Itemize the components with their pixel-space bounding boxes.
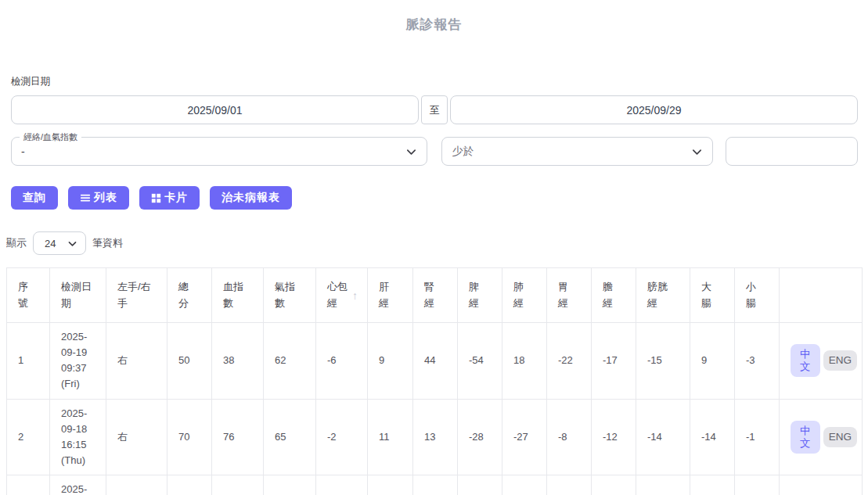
meridian-select-value: -: [21, 145, 25, 158]
table-header-label: 左手/右 手: [117, 279, 151, 310]
operator-select-value: 少於: [452, 145, 474, 159]
table-header-cell[interactable]: 序 號: [7, 268, 50, 323]
table-row: 22025- 09-18 16:15 (Thu)右707665-21113-28…: [7, 399, 863, 475]
table-cell: 38: [212, 323, 264, 400]
report-english-button[interactable]: ENG: [823, 350, 857, 371]
chevron-down-icon: [405, 145, 417, 157]
table-header-label: 腎 經: [424, 279, 434, 310]
records-unit-label: 筆資料: [92, 236, 123, 250]
table-cell: -27: [502, 399, 547, 475]
table-header-cell[interactable]: 總 分: [167, 268, 212, 323]
table-header-row: 序 號檢測日 期左手/右 手總 分血指 數氣指 數心包 經↑肝 經腎 經脾 經肺…: [7, 268, 863, 323]
table-cell: 76: [212, 399, 264, 475]
sort-up-arrow-icon[interactable]: ↑: [352, 289, 358, 302]
page-size-select[interactable]: 24: [33, 231, 86, 255]
table-header-label: 心包 經: [327, 279, 348, 310]
table-header-label: 血指 數: [223, 279, 243, 310]
table-row: 12025- 09-19 09:37 (Fri)右503862-6944-541…: [7, 323, 863, 400]
table-header-cell[interactable]: 氣指 數: [264, 268, 316, 323]
report-english-button[interactable]: ENG: [823, 427, 857, 447]
meridian-select[interactable]: 經絡/血氣指數 -: [11, 137, 427, 166]
table-header-label: 檢測日 期: [61, 279, 92, 310]
table-cell: -17: [592, 323, 636, 400]
date-range-separator: 至: [421, 95, 448, 124]
table-header-cell[interactable]: 肺 經: [502, 268, 547, 323]
table-header-cell[interactable]: 小 腸: [735, 268, 780, 323]
table-cell: 69: [167, 475, 212, 495]
table-header-cell[interactable]: 膀胱 經: [636, 268, 690, 323]
toolbar: 查詢 列表 卡片 治未病報表: [11, 186, 868, 210]
table-cell-actions: 中文ENG: [780, 323, 863, 400]
table-cell: 8: [413, 475, 458, 495]
table-header-cell[interactable]: 肝 經: [368, 268, 413, 323]
results-table: 序 號檢測日 期左手/右 手總 分血指 數氣指 數心包 經↑肝 經腎 經脾 經肺…: [6, 267, 863, 495]
table-cell: -12: [592, 399, 636, 475]
preventive-report-button-label: 治未病報表: [222, 191, 280, 205]
card-view-button[interactable]: 卡片: [139, 186, 200, 210]
table-cell: 2025- 09-18 16:15 (Thu): [50, 399, 106, 475]
table-header-label: 序 號: [18, 279, 28, 310]
table-cell: 85: [212, 475, 264, 495]
meridian-select-label: 經絡/血氣指數: [20, 131, 81, 142]
table-header-cell[interactable]: 胃 經: [547, 268, 592, 323]
table-header-cell[interactable]: 脾 經: [458, 268, 502, 323]
table-cell: 11: [368, 399, 413, 475]
table-header-label: 總 分: [178, 279, 189, 310]
date-to-value: 2025/09/29: [626, 104, 681, 117]
table-header-cell[interactable]: [780, 268, 863, 323]
table-header-label: 膽 經: [603, 279, 613, 310]
page-size-value: 24: [45, 238, 56, 249]
threshold-input[interactable]: [726, 137, 858, 166]
table-cell: -14: [690, 399, 735, 475]
table-cell: 13: [413, 399, 458, 475]
filter-controls-row: 經絡/血氣指數 - 少於: [11, 137, 858, 166]
table-header-cell[interactable]: 心包 經↑: [316, 268, 368, 323]
table-header-cell[interactable]: 腎 經: [413, 268, 458, 323]
table-cell: 9: [368, 323, 413, 400]
table-header-cell[interactable]: 膽 經: [592, 268, 636, 323]
preventive-report-button[interactable]: 治未病報表: [210, 186, 292, 210]
date-range-row: 2025/09/01 至 2025/09/29: [11, 95, 858, 124]
query-button-label: 查詢: [23, 191, 46, 205]
page-title: 脈診報告: [0, 16, 868, 34]
table-header-cell[interactable]: 血指 數: [212, 268, 264, 323]
table-cell: -3: [735, 323, 780, 400]
table-cell: 3: [7, 475, 50, 495]
table-row: 32025- 09-18 15:44 (Thu)右698553-3158-30-…: [7, 475, 863, 495]
table-cell: -8: [547, 399, 592, 475]
table-cell: 53: [264, 475, 316, 495]
table-header-label: 脾 經: [469, 279, 479, 310]
table-header-cell[interactable]: 檢測日 期: [50, 268, 106, 323]
table-cell: 70: [167, 399, 212, 475]
date-from-input[interactable]: 2025/09/01: [11, 95, 419, 124]
table-cell: 2025- 09-19 09:37 (Fri): [50, 323, 106, 400]
report-chinese-button[interactable]: 中文: [791, 344, 820, 377]
table-header-cell[interactable]: 大 腸: [690, 268, 735, 323]
table-cell: -14: [636, 399, 690, 475]
table-cell: -5: [547, 475, 592, 495]
table-cell: -22: [547, 323, 592, 400]
grid-icon: [151, 193, 161, 203]
table-cell: 1: [7, 323, 50, 400]
date-to-input[interactable]: 2025/09/29: [450, 95, 858, 124]
table-cell: -30: [458, 475, 502, 495]
table-cell: 15: [368, 475, 413, 495]
table-cell: 18: [502, 323, 547, 400]
table-cell: -17: [690, 475, 735, 495]
table-header-cell[interactable]: 左手/右 手: [106, 268, 167, 323]
chevron-down-icon: [691, 145, 703, 157]
table-header-label: 小 腸: [746, 279, 756, 310]
operator-select[interactable]: 少於: [441, 137, 713, 166]
show-label: 顯示: [6, 236, 27, 250]
table-cell: 44: [413, 323, 458, 400]
list-view-button[interactable]: 列表: [68, 186, 129, 210]
table-cell: 右: [106, 399, 167, 475]
report-chinese-button[interactable]: 中文: [791, 421, 820, 454]
table-cell: 2025- 09-18 15:44 (Thu): [50, 475, 106, 495]
table-cell: 右: [106, 323, 167, 400]
query-button[interactable]: 查詢: [11, 186, 58, 210]
page-size-row: 顯示 24 筆資料: [6, 231, 868, 255]
filter-section: 檢測日期 2025/09/01 至 2025/09/29 經絡/血氣指數 - 少…: [11, 75, 858, 166]
table-cell: -2: [316, 399, 368, 475]
table-cell: 62: [264, 323, 316, 400]
